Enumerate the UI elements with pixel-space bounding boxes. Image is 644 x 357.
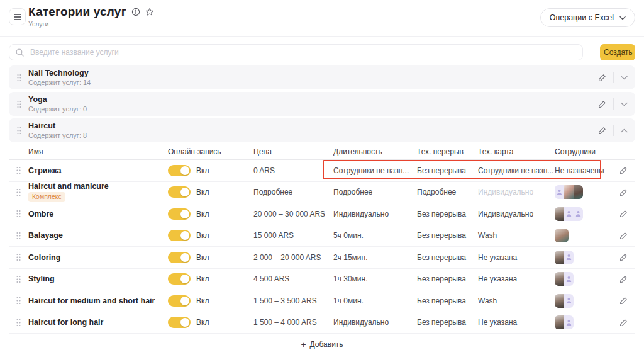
edit-service-button[interactable] bbox=[619, 297, 635, 305]
tech-card-cell: Индивидуально bbox=[478, 188, 555, 196]
column-header-online: Онлайн-запись bbox=[168, 147, 253, 156]
online-booking-toggle[interactable] bbox=[168, 186, 191, 198]
employees-cell bbox=[555, 294, 619, 308]
expand-category-button[interactable] bbox=[621, 76, 628, 80]
service-name: Coloring bbox=[28, 253, 168, 262]
online-booking-toggle[interactable] bbox=[168, 230, 191, 241]
add-service-label: Добавить bbox=[310, 340, 343, 349]
person-icon bbox=[566, 210, 572, 217]
online-booking-toggle[interactable] bbox=[168, 165, 191, 176]
column-header-employees: Сотрудники bbox=[555, 147, 619, 156]
table-body: Стрижка Вкл 0 ARS Сотрудники не назн... … bbox=[9, 160, 635, 334]
price-cell: 20 000 – 30 000 ARS bbox=[253, 210, 333, 218]
online-booking-toggle[interactable] bbox=[168, 252, 191, 263]
info-icon[interactable] bbox=[131, 8, 140, 16]
price-cell: 0 ARS bbox=[253, 166, 333, 175]
table-row: Ombre Вкл 20 000 – 30 000 ARS Индивидуал… bbox=[9, 203, 635, 225]
edit-category-button[interactable] bbox=[598, 100, 606, 108]
search-box[interactable] bbox=[9, 44, 583, 60]
table-row: Haircut for long hair Вкл 1 500 – 4 000 … bbox=[9, 312, 635, 334]
avatar-photo bbox=[555, 315, 564, 329]
person-icon bbox=[575, 210, 581, 217]
add-service-button[interactable]: + Добавить bbox=[9, 340, 635, 349]
category-text: Yoga Содержит услуг: 0 bbox=[28, 94, 87, 114]
drag-handle-icon[interactable] bbox=[9, 188, 28, 196]
edit-service-button[interactable] bbox=[619, 188, 635, 196]
service-categories-page: Категории услуг Услуги Операции с Excel … bbox=[0, 0, 644, 357]
category-text: Nail Technology Содержит услуг: 14 bbox=[28, 68, 91, 88]
chevron-down-icon bbox=[621, 102, 628, 106]
break-cell: Без перерыва bbox=[417, 275, 478, 283]
search-row: Создать bbox=[9, 44, 635, 60]
price-cell: 15 000 ARS bbox=[253, 231, 333, 240]
chevron-down-icon bbox=[619, 16, 626, 20]
drag-handle-icon[interactable] bbox=[9, 275, 28, 283]
drag-handle-icon[interactable] bbox=[14, 100, 24, 108]
edit-service-button[interactable] bbox=[619, 275, 635, 283]
duration-cell: 1ч 30мин. bbox=[333, 275, 417, 283]
online-booking-toggle[interactable] bbox=[168, 317, 191, 328]
break-cell: Подробнее bbox=[417, 188, 478, 196]
service-name: Styling bbox=[28, 275, 168, 283]
pencil-icon bbox=[598, 127, 606, 135]
edit-service-button[interactable] bbox=[619, 166, 635, 174]
edit-service-button[interactable] bbox=[619, 210, 635, 218]
drag-handle-icon[interactable] bbox=[9, 210, 28, 218]
edit-service-button[interactable] bbox=[619, 232, 635, 240]
online-booking-label: Вкл bbox=[196, 318, 209, 327]
category-card-yoga[interactable]: Yoga Содержит услуг: 0 bbox=[9, 92, 635, 116]
drag-handle-icon[interactable] bbox=[14, 74, 24, 82]
online-booking-toggle[interactable] bbox=[168, 295, 191, 307]
avatar-photo bbox=[555, 251, 564, 264]
avatar-group bbox=[555, 251, 574, 264]
break-cell: Без перерыва bbox=[417, 253, 478, 262]
create-button[interactable]: Создать bbox=[600, 44, 635, 60]
category-card-haircut[interactable]: Haircut Содержит услуг: 8 bbox=[9, 118, 635, 142]
avatar-placeholder bbox=[564, 294, 574, 308]
drag-handle-icon[interactable] bbox=[9, 319, 28, 327]
topbar: Категории услуг Услуги Операции с Excel bbox=[0, 0, 644, 37]
service-name: Стрижка bbox=[28, 166, 168, 175]
edit-service-button[interactable] bbox=[619, 253, 635, 261]
category-subtitle: Содержит услуг: 0 bbox=[28, 105, 87, 113]
service-name: Haircut for long hair bbox=[28, 318, 168, 327]
table-row: Coloring Вкл 2 000 – 20 000 ARS 2ч 15мин… bbox=[9, 247, 635, 269]
pencil-icon bbox=[619, 188, 628, 196]
expand-category-button[interactable] bbox=[621, 102, 628, 106]
avatar-photo bbox=[555, 207, 564, 221]
service-name: Ombre bbox=[28, 210, 168, 218]
online-booking-label: Вкл bbox=[196, 253, 209, 262]
category-card-nail-technology[interactable]: Nail Technology Содержит услуг: 14 bbox=[9, 65, 635, 89]
edit-category-button[interactable] bbox=[598, 74, 606, 82]
avatar-placeholder bbox=[564, 315, 574, 329]
services-table: Имя Онлайн-запись Цена Длительность Тех.… bbox=[9, 144, 635, 349]
online-booking-toggle[interactable] bbox=[168, 208, 191, 220]
hamburger-menu-button[interactable] bbox=[9, 8, 26, 25]
online-booking-label: Вкл bbox=[196, 297, 209, 305]
edit-category-button[interactable] bbox=[598, 127, 606, 135]
drag-handle-icon[interactable] bbox=[9, 232, 28, 240]
collapse-category-button[interactable] bbox=[621, 128, 628, 133]
tech-card-cell: Не указана bbox=[478, 318, 555, 327]
column-header-card: Тех. карта bbox=[478, 147, 555, 156]
employees-cell: Не назначены bbox=[555, 166, 619, 175]
drag-handle-icon[interactable] bbox=[9, 166, 28, 174]
employees-cell bbox=[555, 315, 619, 329]
search-input[interactable] bbox=[29, 47, 576, 57]
drag-handle-icon[interactable] bbox=[14, 127, 24, 135]
drag-handle-icon[interactable] bbox=[9, 297, 28, 305]
favorite-star-icon[interactable] bbox=[145, 8, 154, 16]
price-cell: Подробнее bbox=[253, 188, 333, 196]
edit-service-button[interactable] bbox=[619, 319, 635, 327]
online-booking-label: Вкл bbox=[196, 188, 209, 196]
table-row: Стрижка Вкл 0 ARS Сотрудники не назн... … bbox=[9, 160, 635, 182]
online-booking-toggle[interactable] bbox=[168, 273, 191, 285]
person-icon bbox=[566, 276, 572, 283]
divider bbox=[613, 98, 614, 110]
excel-operations-button[interactable]: Операции с Excel bbox=[540, 8, 635, 27]
avatar-placeholder bbox=[574, 207, 583, 221]
drag-handle-icon[interactable] bbox=[9, 253, 28, 261]
online-booking-label: Вкл bbox=[196, 275, 209, 283]
category-name: Haircut bbox=[28, 121, 87, 131]
break-cell: Без перерыва bbox=[417, 210, 478, 218]
